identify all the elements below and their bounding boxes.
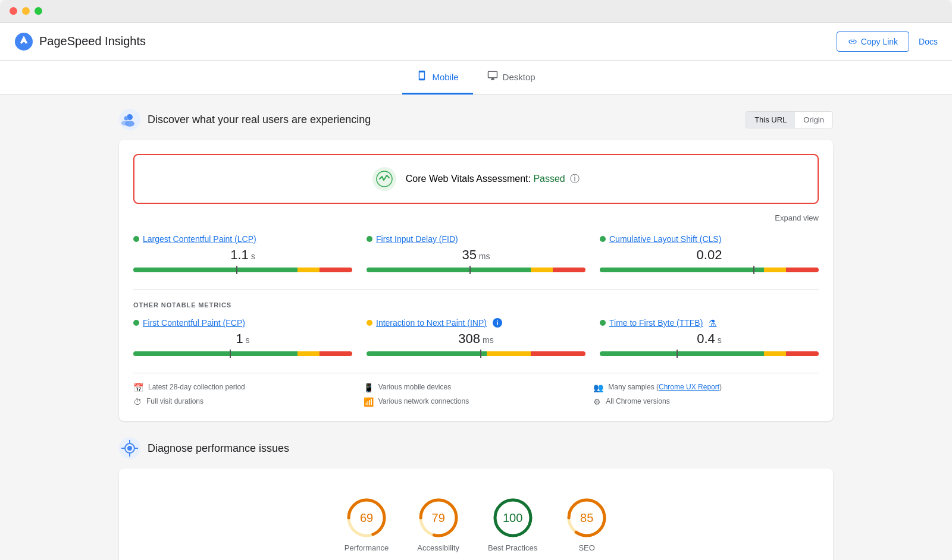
score-performance-label: Performance (345, 543, 389, 552)
metric-lcp: Largest Contentful Paint (LCP) 1.1 s (133, 234, 352, 272)
copy-link-label: Copy Link (861, 37, 898, 46)
metric-inp-dot (367, 320, 372, 326)
svg-point-5 (124, 117, 129, 121)
cwv-assessment-label: Core Web Vitals Assessment: (406, 174, 531, 184)
footer-item-2: 👥 Many samples (Chrome UX Report) (593, 383, 819, 392)
pagespeed-logo (14, 32, 33, 51)
diagnose-section-header: Diagnose performance issues (119, 438, 833, 459)
main-content: Discover what your real users are experi… (0, 95, 952, 560)
cwv-text: Core Web Vitals Assessment: Passed ⓘ (406, 173, 580, 185)
diagnose-card: 69 Performance 79 Accessibility 100 (119, 468, 833, 560)
metric-ttfb-value: 0.4 s (600, 331, 819, 347)
metric-cls-dot (600, 236, 606, 242)
metric-fcp-marker (230, 350, 231, 358)
footer-icon-2: 👥 (593, 383, 603, 392)
section-title-area: Discover what your real users are experi… (119, 109, 371, 130)
mobile-icon (416, 70, 427, 83)
copy-link-button[interactable]: Copy Link (837, 32, 909, 52)
metric-fcp-dot (133, 320, 139, 326)
logo-area: PageSpeed Insights (14, 32, 146, 51)
metric-ttfb-bar (600, 351, 819, 356)
metric-cls-marker (753, 266, 754, 274)
metric-lcp-value: 1.1 s (133, 247, 352, 263)
footer-text-3: Full visit durations (146, 397, 203, 405)
footer-text-5: All Chrome versions (606, 397, 669, 405)
score-accessibility-label: Accessibility (417, 543, 459, 552)
info-icon[interactable]: i (493, 318, 502, 328)
metric-ttfb-marker (677, 350, 678, 358)
origin-button[interactable]: Origin (795, 112, 832, 128)
metric-ttfb: Time to First Byte (TTFB)⚗ 0.4 s (600, 318, 819, 356)
header-actions: Copy Link Docs (837, 32, 938, 52)
score-best-practices-value: 100 (503, 511, 522, 525)
footer-link-2[interactable]: Chrome UX Report (659, 383, 719, 391)
metric-fid-marker (469, 266, 471, 274)
crux-section-icon (119, 109, 140, 130)
metric-inp-label[interactable]: Interaction to Next Paint (INP)i (367, 318, 585, 328)
docs-link[interactable]: Docs (919, 37, 938, 46)
footer-text-2: Many samples (Chrome UX Report) (608, 383, 722, 391)
footer-text-1: Various mobile devices (378, 383, 452, 391)
crux-card: Core Web Vitals Assessment: Passed ⓘ Exp… (119, 140, 833, 421)
footer-icon-4: 📶 (364, 397, 374, 407)
metric-fid-value: 35 ms (367, 247, 585, 263)
footer-item-4: 📶 Various network connections (364, 397, 589, 407)
footer-item-5: ⚙ All Chrome versions (593, 397, 819, 407)
metric-cls-value: 0.02 (600, 247, 819, 263)
tab-desktop-label: Desktop (503, 72, 536, 82)
tab-mobile[interactable]: Mobile (402, 61, 472, 95)
footer-icon-1: 📱 (364, 383, 374, 392)
score-accessibility-value: 79 (432, 511, 445, 525)
cwv-status: Passed (533, 174, 565, 184)
metric-inp-value: 308 ms (367, 331, 585, 347)
score-best-practices-circle[interactable]: 100 (492, 497, 534, 539)
score-performance-circle[interactable]: 69 (346, 497, 387, 539)
close-button[interactable] (10, 7, 17, 15)
metric-inp-bar (367, 351, 585, 356)
cwv-help-icon[interactable]: ⓘ (570, 174, 580, 184)
section-header: Discover what your real users are experi… (119, 109, 833, 130)
metric-fid-label[interactable]: First Input Delay (FID) (367, 234, 585, 244)
metric-cls-label[interactable]: Cumulative Layout Shift (CLS) (600, 234, 819, 244)
score-best-practices: 100 Best Practices (488, 497, 537, 552)
metric-ttfb-dot (600, 320, 606, 326)
tab-desktop[interactable]: Desktop (473, 61, 550, 95)
expand-view-link[interactable]: Expand view (133, 213, 819, 222)
link-icon (848, 37, 857, 46)
metrics-footer: 📅 Latest 28-day collection period 📱 Vari… (133, 373, 819, 407)
url-toggle: This URL Origin (746, 111, 833, 128)
desktop-icon (487, 70, 498, 83)
score-performance-value: 69 (360, 511, 373, 525)
metric-lcp-label[interactable]: Largest Contentful Paint (LCP) (133, 234, 352, 244)
cwv-icon (372, 167, 396, 191)
metric-lcp-bar (133, 268, 352, 272)
metric-lcp-marker (236, 266, 237, 274)
svg-point-6 (121, 121, 129, 125)
score-accessibility-circle[interactable]: 79 (418, 497, 459, 539)
diagnose-icon (119, 438, 140, 459)
score-best-practices-label: Best Practices (488, 543, 537, 552)
metric-fcp-label[interactable]: First Contentful Paint (FCP) (133, 318, 352, 328)
metric-inp-marker (480, 350, 481, 358)
metric-ttfb-label[interactable]: Time to First Byte (TTFB)⚗ (600, 318, 819, 328)
footer-icon-0: 📅 (133, 383, 143, 392)
footer-item-1: 📱 Various mobile devices (364, 383, 589, 392)
metric-fcp-value: 1 s (133, 331, 352, 347)
metric-fid-bar (367, 268, 585, 272)
this-url-button[interactable]: This URL (746, 112, 795, 128)
diagnose-title-area: Diagnose performance issues (119, 438, 289, 459)
footer-icon-3: ⏱ (133, 397, 142, 407)
metric-inp: Interaction to Next Paint (INP)i 308 ms (367, 318, 585, 356)
crux-section: Discover what your real users are experi… (119, 109, 833, 421)
minimize-button[interactable] (22, 7, 30, 15)
score-accessibility: 79 Accessibility (417, 497, 459, 552)
footer-text-0: Latest 28-day collection period (148, 383, 245, 391)
tabs-bar: Mobile Desktop (0, 61, 952, 95)
app-title: PageSpeed Insights (39, 34, 146, 48)
metric-fid: First Input Delay (FID) 35 ms (367, 234, 585, 272)
flask-icon: ⚗ (709, 318, 716, 328)
main-metrics-grid: Largest Contentful Paint (LCP) 1.1 s Fir… (133, 234, 819, 272)
maximize-button[interactable] (35, 7, 42, 15)
score-seo-circle[interactable]: 85 (566, 497, 607, 539)
score-seo: 85 SEO (566, 497, 607, 552)
